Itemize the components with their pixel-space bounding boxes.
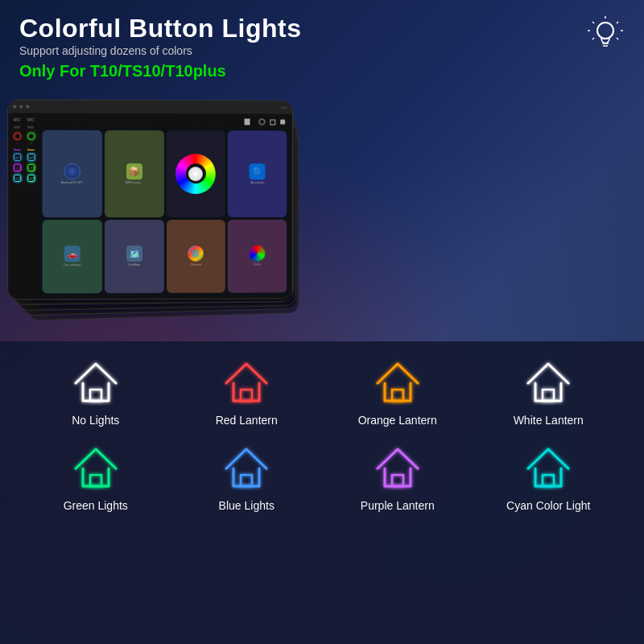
svg-rect-17 [543, 475, 554, 486]
svg-rect-13 [543, 390, 554, 401]
light-label-cyan-color-light: Cyan Color Light [506, 499, 590, 512]
light-label-blue-lights: Blue Lights [219, 499, 275, 512]
subtitle: Support adjusting dozens of colors [19, 44, 625, 57]
page-title: Colorful Button Lights [19, 14, 625, 43]
bottom-panel: No LightsRed LanternOrange LanternWhite … [0, 341, 644, 644]
svg-rect-12 [392, 390, 403, 401]
light-label-red-lantern: Red Lantern [216, 414, 278, 427]
light-item-white-lantern: White Lantern [477, 357, 621, 427]
svg-rect-14 [90, 475, 101, 486]
light-item-green-lights: Green Lights [24, 443, 167, 512]
devices-stack: RST ↩ ◁ ◁ [8, 100, 346, 333]
light-label-orange-lantern: Orange Lantern [358, 414, 437, 427]
lights-grid: No LightsRed LanternOrange LanternWhite … [24, 357, 620, 512]
device-section: RST ↩ ◁ ◁ [0, 92, 644, 341]
bulb-icon [586, 14, 625, 53]
light-item-no-lights: No Lights [24, 357, 167, 427]
light-item-red-lantern: Red Lantern [175, 357, 319, 427]
tagline: Only For T10/TS10/T10plus [19, 62, 625, 80]
svg-line-4 [617, 22, 618, 23]
house-icon-green-lights [72, 443, 120, 491]
light-label-purple-lantern: Purple Lantern [361, 499, 435, 512]
house-icon-cyan-color-light [524, 443, 572, 491]
house-icon-white-lantern [524, 357, 572, 406]
house-icon-orange-lantern [374, 357, 422, 406]
light-item-orange-lantern: Orange Lantern [326, 357, 469, 427]
light-item-cyan-color-light: Cyan Color Light [477, 443, 621, 512]
light-label-green-lights: Green Lights [64, 499, 128, 512]
house-icon-red-lantern [222, 357, 270, 406]
svg-rect-10 [90, 390, 101, 401]
svg-line-7 [592, 22, 594, 23]
svg-rect-11 [241, 390, 252, 401]
header: Colorful Button Lights Support adjusting… [0, 0, 644, 89]
light-item-purple-lantern: Purple Lantern [326, 443, 469, 512]
svg-line-9 [592, 38, 594, 39]
light-label-white-lantern: White Lantern [514, 414, 584, 427]
house-icon-no-lights [72, 357, 120, 406]
house-icon-blue-lights [222, 443, 270, 491]
device-card-front: RST MIC RST ↩ ◁ ◁ [7, 100, 293, 300]
house-icon-purple-lantern [374, 443, 422, 491]
light-label-no-lights: No Lights [72, 414, 119, 427]
light-item-blue-lights: Blue Lights [175, 443, 319, 512]
page-content: Colorful Button Lights Support adjusting… [0, 0, 644, 644]
svg-rect-15 [241, 475, 252, 486]
svg-point-0 [597, 23, 613, 39]
svg-rect-16 [392, 475, 403, 486]
svg-line-6 [617, 38, 618, 39]
